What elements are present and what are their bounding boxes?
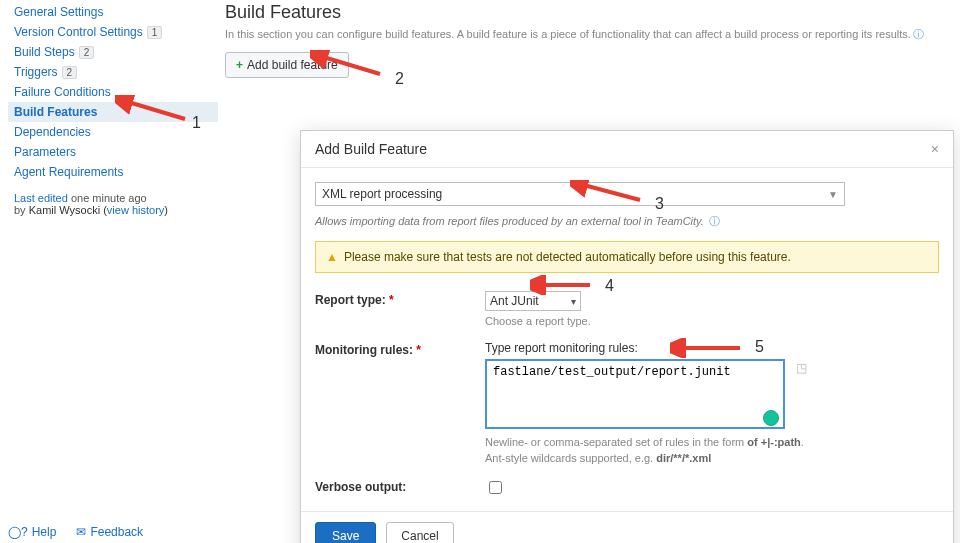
sidebar-item-dependencies[interactable]: Dependencies [8, 122, 218, 142]
feature-type-dropdown[interactable]: XML report processing ▼ [315, 182, 845, 206]
chevron-down-icon: ▼ [828, 189, 838, 200]
monitoring-rules-label: Monitoring rules: * [315, 341, 485, 464]
last-edited: Last edited one minute ago by Kamil Wyso… [8, 192, 218, 216]
feedback-link[interactable]: ✉Feedback [76, 525, 143, 539]
page-footer: ◯?Help ✉Feedback [8, 525, 143, 539]
last-edited-link[interactable]: Last edited [14, 192, 68, 204]
sidebar-item-build-features[interactable]: Build Features [8, 102, 218, 122]
expand-icon[interactable]: ◳ [796, 361, 807, 375]
plus-icon: + [236, 58, 243, 72]
help-icon[interactable]: ⓘ [913, 27, 924, 42]
save-button[interactable]: Save [315, 522, 376, 543]
sidebar-item-triggers[interactable]: Triggers2 [8, 62, 218, 82]
dialog-title: Add Build Feature [315, 141, 427, 157]
main-content: Build Features In this section you can c… [225, 2, 952, 78]
monitoring-hint-1: Newline- or comma-separated set of rules… [485, 436, 939, 448]
add-build-feature-button[interactable]: +Add build feature [225, 52, 349, 78]
sidebar-item-parameters[interactable]: Parameters [8, 142, 218, 162]
page-description: In this section you can configure build … [225, 27, 952, 42]
page-title: Build Features [225, 2, 952, 23]
sidebar: General Settings Version Control Setting… [8, 2, 218, 216]
feedback-icon: ✉ [76, 525, 86, 539]
report-type-select[interactable]: Ant JUnit ▾ [485, 291, 581, 311]
warning-icon: ▲ [326, 250, 338, 264]
sidebar-item-failure[interactable]: Failure Conditions [8, 82, 218, 102]
sidebar-item-vcs[interactable]: Version Control Settings1 [8, 22, 218, 42]
view-history-link[interactable]: view history [107, 204, 164, 216]
warning-banner: ▲ Please make sure that tests are not de… [315, 241, 939, 273]
report-type-label: Report type: * [315, 291, 485, 327]
help-icon[interactable]: ⓘ [709, 214, 720, 229]
sidebar-item-agent-req[interactable]: Agent Requirements [8, 162, 218, 182]
dialog-footer: Save Cancel [301, 511, 953, 543]
select-caret-icon: ▾ [571, 296, 576, 307]
report-type-hint: Choose a report type. [485, 315, 939, 327]
monitoring-rules-textarea[interactable] [485, 359, 785, 429]
add-build-feature-dialog: Add Build Feature × XML report processin… [300, 130, 954, 543]
sidebar-item-build-steps[interactable]: Build Steps2 [8, 42, 218, 62]
close-icon[interactable]: × [931, 141, 939, 157]
cancel-button[interactable]: Cancel [386, 522, 453, 543]
help-icon: ◯? [8, 525, 28, 539]
verbose-output-checkbox[interactable] [489, 481, 502, 494]
grammarly-icon[interactable] [763, 410, 779, 426]
verbose-output-label: Verbose output: [315, 478, 485, 497]
badge: 2 [62, 66, 78, 79]
monitoring-field-label: Type report monitoring rules: [485, 341, 939, 355]
sidebar-item-general[interactable]: General Settings [8, 2, 218, 22]
badge: 1 [147, 26, 163, 39]
badge: 2 [79, 46, 95, 59]
dialog-header: Add Build Feature × [301, 131, 953, 168]
help-link[interactable]: ◯?Help [8, 525, 56, 539]
feature-description: Allows importing data from report files … [315, 214, 939, 229]
monitoring-hint-2: Ant-style wildcards supported, e.g. dir/… [485, 452, 939, 464]
